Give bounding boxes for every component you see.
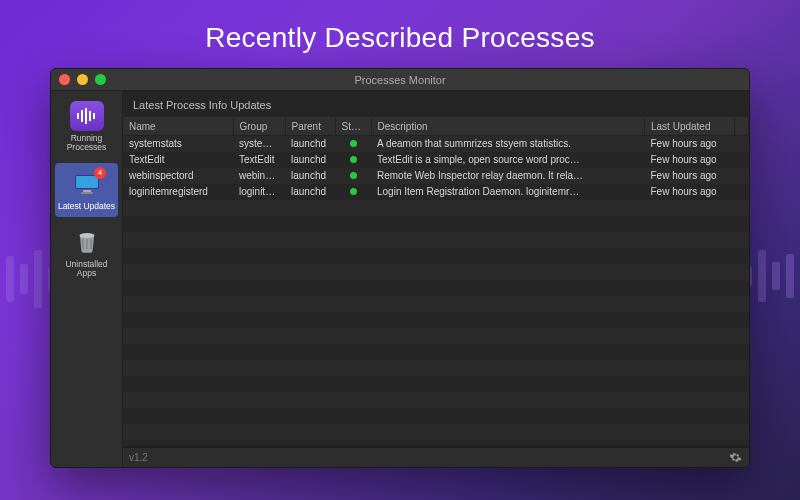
titlebar[interactable]: Processes Monitor — [51, 69, 749, 91]
svg-rect-3 — [89, 111, 91, 121]
col-parent[interactable]: Parent — [285, 118, 335, 136]
cell-name: TextEdit — [123, 152, 233, 168]
soundbars-icon — [70, 101, 104, 131]
app-window: Processes Monitor Running Processes 4 La… — [50, 68, 750, 468]
table-row[interactable]: loginitemregisterdloginite…launchdLogin … — [123, 184, 749, 200]
status-ok-icon — [350, 156, 357, 163]
cell-updated: Few hours ago — [645, 152, 735, 168]
table-row-empty — [123, 360, 749, 376]
version-label: v1.2 — [129, 452, 148, 463]
cell-description: A deamon that summrizes stsyem statistic… — [371, 136, 645, 152]
sidebar-item-label: Uninstalled Apps — [57, 260, 116, 279]
cell-updated: Few hours ago — [645, 136, 735, 152]
hero-title: Recently Described Processes — [0, 22, 800, 54]
settings-button[interactable] — [727, 450, 743, 466]
col-status[interactable]: Status — [335, 118, 371, 136]
cell-name: systemstats — [123, 136, 233, 152]
cell-status — [335, 184, 371, 200]
gear-icon — [729, 451, 742, 464]
col-pad — [735, 118, 749, 136]
col-name[interactable]: Name — [123, 118, 233, 136]
table-row[interactable]: webinspectordwebins…launchdRemote Web In… — [123, 168, 749, 184]
table-row-empty — [123, 440, 749, 448]
cell-name: webinspectord — [123, 168, 233, 184]
cell-status — [335, 152, 371, 168]
cell-updated: Few hours ago — [645, 168, 735, 184]
window-title: Processes Monitor — [51, 74, 749, 86]
svg-rect-8 — [81, 192, 93, 194]
cell-description: Remote Web Inspector relay daemon. It re… — [371, 168, 645, 184]
cell-group: loginite… — [233, 184, 285, 200]
table-row-empty — [123, 264, 749, 280]
table-row-empty — [123, 376, 749, 392]
cell-group: system… — [233, 136, 285, 152]
svg-rect-2 — [85, 108, 87, 124]
table-row-empty — [123, 216, 749, 232]
update-badge: 4 — [94, 167, 106, 179]
table-row[interactable]: TextEditTextEditlaunchdTextEdit is a sim… — [123, 152, 749, 168]
table-row-empty — [123, 200, 749, 216]
svg-rect-7 — [83, 190, 91, 192]
status-ok-icon — [350, 140, 357, 147]
cell-parent: launchd — [285, 184, 335, 200]
cell-parent: launchd — [285, 136, 335, 152]
cell-group: webins… — [233, 168, 285, 184]
table-row-empty — [123, 328, 749, 344]
table-row-empty — [123, 248, 749, 264]
process-table: Name Group Parent Status Description Las… — [123, 117, 749, 447]
table-row-empty — [123, 232, 749, 248]
cell-description: Login Item Registration Daemon. loginite… — [371, 184, 645, 200]
sidebar-item-uninstalled-apps[interactable]: Uninstalled Apps — [55, 221, 118, 285]
svg-rect-6 — [76, 176, 98, 188]
col-group[interactable]: Group — [233, 118, 285, 136]
status-ok-icon — [350, 188, 357, 195]
sidebar-item-label: Latest Updates — [58, 202, 115, 211]
table-row[interactable]: systemstatssystem…launchdA deamon that s… — [123, 136, 749, 152]
sidebar-item-latest-updates[interactable]: 4 Latest Updates — [55, 163, 118, 217]
status-ok-icon — [350, 172, 357, 179]
cell-description: TextEdit is a simple, open source word p… — [371, 152, 645, 168]
table-row-empty — [123, 344, 749, 360]
cell-group: TextEdit — [233, 152, 285, 168]
sidebar: Running Processes 4 Latest Updates Unins… — [51, 91, 123, 467]
table-row-empty — [123, 280, 749, 296]
svg-rect-4 — [93, 113, 95, 119]
sidebar-item-running-processes[interactable]: Running Processes — [55, 95, 118, 159]
panel-title: Latest Process Info Updates — [123, 91, 749, 117]
svg-point-9 — [79, 233, 94, 238]
cell-parent: launchd — [285, 152, 335, 168]
table-row-empty — [123, 392, 749, 408]
table-row-empty — [123, 296, 749, 312]
cell-name: loginitemregisterd — [123, 184, 233, 200]
sidebar-item-label: Running Processes — [57, 134, 116, 153]
col-description[interactable]: Description — [371, 118, 645, 136]
svg-rect-0 — [77, 113, 79, 119]
table-row-empty — [123, 312, 749, 328]
table-header[interactable]: Name Group Parent Status Description Las… — [123, 118, 749, 136]
svg-rect-1 — [81, 110, 83, 122]
table-row-empty — [123, 424, 749, 440]
table-row-empty — [123, 408, 749, 424]
main-panel: Latest Process Info Updates Name Group P… — [123, 91, 749, 467]
cell-updated: Few hours ago — [645, 184, 735, 200]
cell-status — [335, 136, 371, 152]
col-updated[interactable]: Last Updated — [645, 118, 735, 136]
trash-icon — [70, 227, 104, 257]
cell-parent: launchd — [285, 168, 335, 184]
cell-status — [335, 168, 371, 184]
status-bar: v1.2 — [123, 447, 749, 467]
